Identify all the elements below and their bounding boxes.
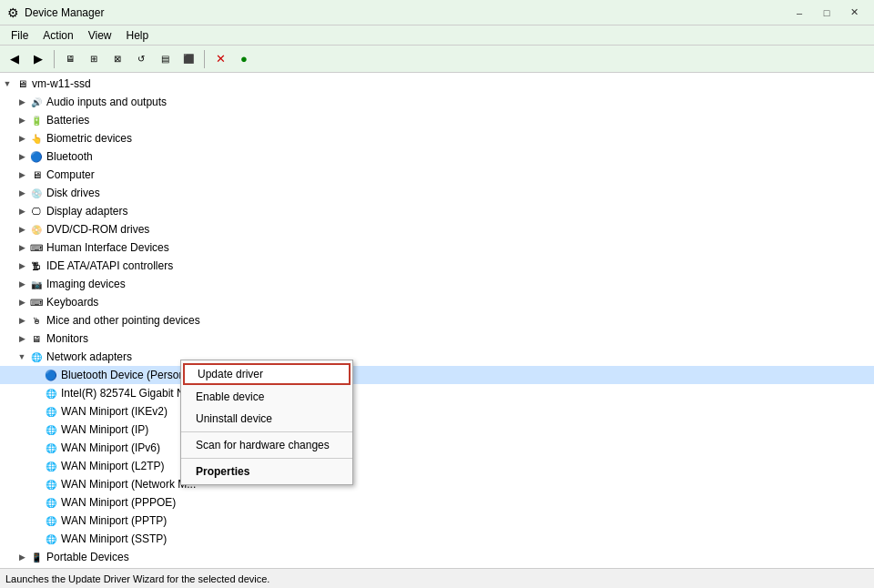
wan-pptp-expand — [29, 513, 44, 528]
tree-imaging[interactable]: ▶ Imaging devices — [0, 275, 874, 293]
disk-label: Disk drives — [46, 187, 100, 199]
toolbar-btn2[interactable]: ⊞ — [83, 48, 105, 70]
ctx-scan-hardware[interactable]: Scan for hardware changes — [181, 434, 352, 456]
display-expand[interactable]: ▶ — [15, 204, 29, 218]
tree-container[interactable]: ▼ 🖥 vm-w11-ssd ▶ Audio inputs and output… — [0, 73, 874, 568]
display-icon — [29, 204, 44, 218]
biometric-expand[interactable]: ▶ — [15, 131, 29, 146]
ctx-uninstall-device[interactable]: Uninstall device — [181, 408, 352, 430]
tree-dvd[interactable]: ▶ DVD/CD-ROM drives — [0, 220, 874, 238]
wan-l2tp-label: WAN Miniport (L2TP) — [61, 460, 165, 472]
tree-hid[interactable]: ▶ Human Interface Devices — [0, 238, 874, 257]
main-content: ▼ 🖥 vm-w11-ssd ▶ Audio inputs and output… — [0, 73, 874, 568]
portable-expand[interactable]: ▶ — [15, 550, 29, 564]
toolbar: ◀ ▶ 🖥 ⊞ ⊠ ↺ ▤ ⬛ ✕ ● — [0, 46, 874, 73]
tree-ide[interactable]: ▶ IDE ATA/ATAPI controllers — [0, 257, 874, 275]
wan-networkm-expand — [29, 477, 44, 492]
tree-wan-ipv6[interactable]: WAN Miniport (IPv6) — [0, 439, 874, 457]
menu-view[interactable]: View — [81, 27, 119, 44]
close-button[interactable]: ✕ — [841, 4, 867, 22]
dvd-expand[interactable]: ▶ — [15, 222, 29, 237]
tree-wan-pptp[interactable]: WAN Miniport (PPTP) — [0, 512, 874, 530]
menu-file[interactable]: File — [4, 27, 36, 44]
network-expand[interactable]: ▼ — [15, 350, 29, 364]
tree-intel-nic[interactable]: Intel(R) 82574L Gigabit Netw... — [0, 384, 874, 402]
mice-label: Mice and other pointing devices — [46, 314, 200, 327]
maximize-button[interactable]: □ — [814, 4, 839, 22]
wan-l2tp-expand — [29, 459, 44, 473]
toolbar-forward[interactable]: ▶ — [27, 48, 49, 70]
portable-label: Portable Devices — [46, 551, 129, 563]
tree-display[interactable]: ▶ Display adapters — [0, 202, 874, 220]
disk-expand[interactable]: ▶ — [15, 186, 29, 200]
toolbar-btn6[interactable]: ⬛ — [178, 48, 199, 70]
keyboards-icon — [29, 295, 44, 309]
computer-expand[interactable]: ▶ — [15, 167, 29, 182]
tree-bt-pan[interactable]: 🔵 Bluetooth Device (Personal Area Networ… — [0, 366, 874, 384]
hid-icon — [29, 240, 44, 255]
batteries-expand[interactable]: ▶ — [15, 113, 29, 127]
minimize-button[interactable]: – — [787, 4, 812, 22]
menu-action[interactable]: Action — [36, 27, 80, 44]
ctx-enable-device[interactable]: Enable device — [181, 386, 352, 408]
tree-portable[interactable]: ▶ Portable Devices — [0, 548, 874, 566]
audio-expand[interactable]: ▶ — [15, 95, 29, 109]
tree-wan-sstp[interactable]: WAN Miniport (SSTP) — [0, 530, 874, 548]
toolbar-back[interactable]: ◀ — [4, 48, 25, 70]
bluetooth-icon: 🔵 — [29, 149, 44, 164]
tree-keyboards[interactable]: ▶ Keyboards — [0, 293, 874, 311]
tree-mice[interactable]: ▶ Mice and other pointing devices — [0, 311, 874, 329]
tree-wan-l2tp[interactable]: WAN Miniport (L2TP) — [0, 457, 874, 475]
wan-pptp-label: WAN Miniport (PPTP) — [61, 514, 167, 527]
menu-help[interactable]: Help — [119, 27, 157, 44]
tree-network[interactable]: ▼ Network adapters — [0, 348, 874, 366]
batteries-label: Batteries — [46, 114, 89, 127]
tree-batteries[interactable]: ▶ Batteries — [0, 111, 874, 129]
bluetooth-expand[interactable]: ▶ — [15, 149, 29, 164]
tree-bluetooth[interactable]: ▶ 🔵 Bluetooth — [0, 147, 874, 166]
monitors-expand[interactable]: ▶ — [15, 331, 29, 346]
toolbar-info[interactable]: ● — [233, 48, 255, 70]
status-text: Launches the Update Driver Wizard for th… — [5, 573, 269, 584]
toolbar-remove[interactable]: ✕ — [209, 48, 231, 70]
tree-wan-ikev2[interactable]: WAN Miniport (IKEv2) — [0, 402, 874, 421]
wan-ikev2-label: WAN Miniport (IKEv2) — [61, 405, 168, 418]
keyboards-expand[interactable]: ▶ — [15, 295, 29, 309]
tree-wan-networkm[interactable]: WAN Miniport (Network M... — [0, 475, 874, 493]
mice-expand[interactable]: ▶ — [15, 313, 29, 328]
hid-expand[interactable]: ▶ — [15, 240, 29, 255]
ctx-update-driver[interactable]: Update driver — [183, 363, 351, 385]
root-expand[interactable]: ▼ — [0, 76, 15, 91]
wan-ip-expand — [29, 422, 44, 437]
portable-icon — [29, 550, 44, 564]
hid-label: Human Interface Devices — [46, 241, 169, 254]
toolbar-btn1[interactable]: 🖥 — [59, 48, 81, 70]
wan-pppoe-expand — [29, 495, 44, 510]
tree-audio[interactable]: ▶ Audio inputs and outputs — [0, 93, 874, 111]
batteries-icon — [29, 113, 44, 127]
bluetooth-label: Bluetooth — [46, 150, 93, 163]
wan-ikev2-expand — [29, 404, 44, 419]
wan-pppoe-label: WAN Miniport (PPPOE) — [61, 496, 176, 509]
tree-wan-ip[interactable]: WAN Miniport (IP) — [0, 421, 874, 439]
tree-monitors[interactable]: ▶ Monitors — [0, 329, 874, 348]
imaging-expand[interactable]: ▶ — [15, 277, 29, 291]
tree-biometric[interactable]: ▶ Biometric devices — [0, 129, 874, 147]
toolbar-btn3[interactable]: ⊠ — [107, 48, 128, 70]
status-bar: Launches the Update Driver Wizard for th… — [0, 568, 874, 588]
tree-root[interactable]: ▼ 🖥 vm-w11-ssd — [0, 75, 874, 93]
tree-computer[interactable]: ▶ Computer — [0, 166, 874, 184]
tree-wan-pppoe[interactable]: WAN Miniport (PPPOE) — [0, 493, 874, 512]
bt-pan-expand — [29, 368, 44, 382]
keyboards-label: Keyboards — [46, 296, 98, 309]
biometric-label: Biometric devices — [46, 132, 132, 145]
toolbar-btn4[interactable]: ↺ — [130, 48, 152, 70]
toolbar-btn5[interactable]: ▤ — [154, 48, 176, 70]
tree-disk[interactable]: ▶ Disk drives — [0, 184, 874, 202]
tree-ports[interactable]: ▶ Ports (COM & LPT) — [0, 566, 874, 568]
ctx-properties[interactable]: Properties — [181, 461, 352, 482]
ide-expand[interactable]: ▶ — [15, 259, 29, 273]
display-label: Display adapters — [46, 205, 127, 218]
computer-label: Computer — [46, 168, 95, 181]
ctx-sep1 — [181, 431, 352, 432]
